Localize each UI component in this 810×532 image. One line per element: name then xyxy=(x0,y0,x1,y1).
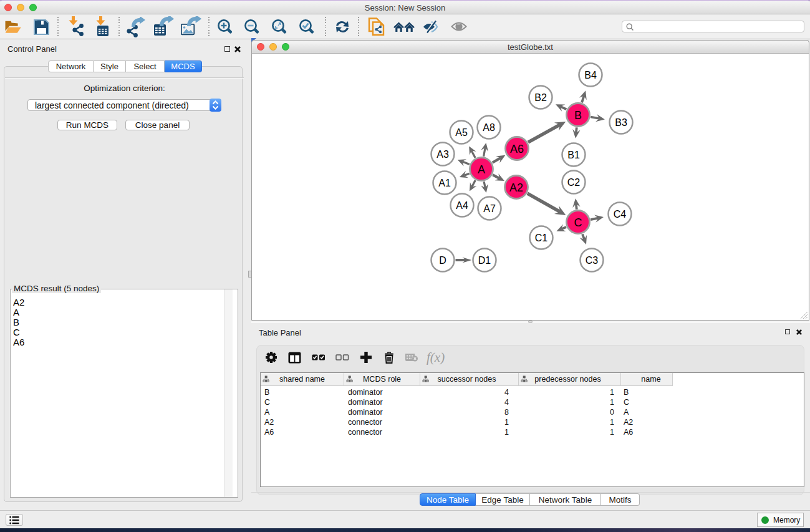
svg-text:A3: A3 xyxy=(436,149,449,160)
svg-text:C: C xyxy=(574,216,582,229)
svg-text:C1: C1 xyxy=(535,233,548,243)
svg-text:A2: A2 xyxy=(509,181,523,194)
svg-text:C4: C4 xyxy=(614,209,627,220)
svg-text:B2: B2 xyxy=(534,92,547,103)
svg-text:A1: A1 xyxy=(438,178,451,188)
svg-text:A7: A7 xyxy=(483,203,496,214)
svg-text:C2: C2 xyxy=(567,177,581,188)
svg-text:B: B xyxy=(574,109,582,122)
svg-text:B1: B1 xyxy=(567,150,580,160)
svg-text:A4: A4 xyxy=(456,200,468,211)
svg-text:A8: A8 xyxy=(483,122,495,133)
svg-text:C3: C3 xyxy=(586,255,599,266)
svg-text:B4: B4 xyxy=(584,70,597,80)
svg-text:D: D xyxy=(439,255,446,266)
svg-text:B3: B3 xyxy=(615,117,627,128)
svg-text:A5: A5 xyxy=(455,127,468,138)
svg-text:A: A xyxy=(478,163,485,176)
svg-text:A6: A6 xyxy=(510,143,524,155)
svg-text:D1: D1 xyxy=(478,255,491,266)
